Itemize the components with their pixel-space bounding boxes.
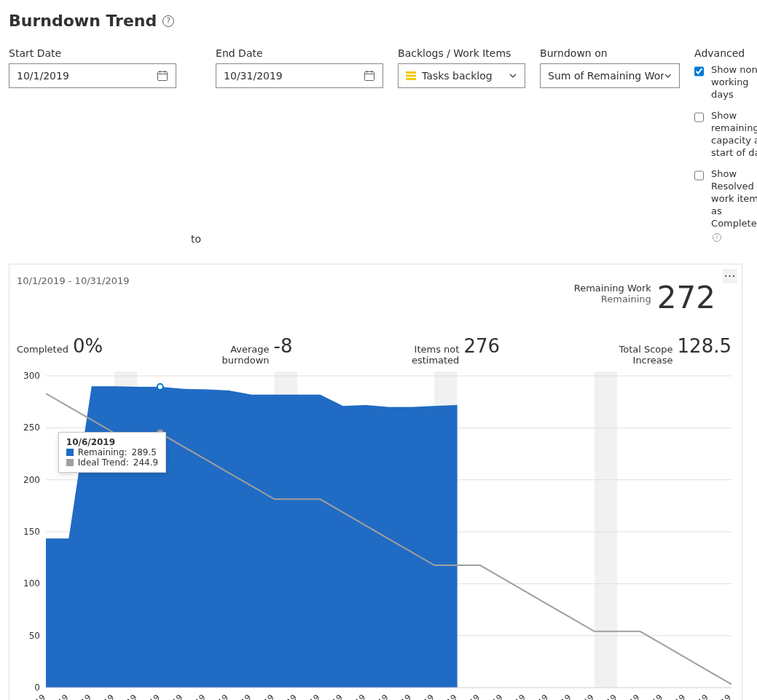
- show-non-working-checkbox[interactable]: [694, 65, 704, 78]
- backlogs-value: Tasks backlog: [422, 70, 493, 82]
- backlogs-label: Backlogs / Work Items: [398, 47, 525, 59]
- show-non-working-label: Show non-working days: [711, 63, 757, 101]
- kpi-avg-burndown-value: -8: [274, 335, 293, 357]
- advanced-label: Advanced: [694, 47, 757, 59]
- kpi-total-scope-increase-label: Total Scope Increase: [619, 344, 672, 366]
- svg-text:10/1/2019: 10/1/2019: [17, 693, 47, 700]
- show-remaining-capacity-label: Show remaining capacity at start of day: [711, 109, 757, 159]
- controls-row: Start Date 10/1/2019 to End Date 10/31/2…: [9, 47, 748, 251]
- kpi-completed-label: Completed: [17, 344, 68, 355]
- tooltip-remaining-swatch: [66, 449, 74, 456]
- end-date-value: 10/31/2019: [224, 70, 283, 82]
- info-icon[interactable]: i: [713, 233, 721, 242]
- backlogs-select[interactable]: Tasks backlog: [398, 63, 525, 88]
- chart-area[interactable]: 05010015020025030010/1/201910/2/201910/3…: [17, 371, 734, 700]
- tooltip-ideal-value: 244.9: [133, 457, 158, 468]
- show-resolved-completed-label: Show Resolved work items as Completed: [711, 168, 757, 229]
- svg-rect-10: [406, 78, 416, 80]
- kpi-items-not-estimated-value: 276: [463, 335, 500, 357]
- burndown-on-value: Sum of Remaining Work: [548, 70, 664, 82]
- calendar-icon: [364, 70, 375, 82]
- svg-text:150: 150: [23, 527, 40, 537]
- chevron-down-icon: [509, 71, 517, 80]
- more-actions-button[interactable]: ⋯: [723, 269, 737, 283]
- to-label: to: [191, 233, 201, 251]
- end-date-input[interactable]: 10/31/2019: [216, 63, 383, 88]
- calendar-icon: [157, 70, 168, 82]
- help-icon[interactable]: ?: [162, 15, 174, 27]
- kpi-row: Completed 0% Average burndown -8 Items n…: [17, 335, 734, 366]
- burndown-on-select[interactable]: Sum of Remaining Work: [540, 63, 680, 88]
- tooltip-remaining-label: Remaining:: [78, 447, 128, 457]
- svg-rect-0: [158, 72, 168, 81]
- svg-rect-4: [365, 72, 374, 81]
- svg-text:300: 300: [23, 371, 40, 381]
- main-metric-label-2: Remaining: [574, 294, 651, 304]
- burndown-on-label: Burndown on: [540, 47, 680, 59]
- tooltip-ideal-swatch: [66, 459, 74, 466]
- svg-text:200: 200: [23, 475, 40, 485]
- chevron-down-icon: [664, 71, 672, 80]
- svg-text:50: 50: [29, 631, 40, 641]
- svg-point-61: [157, 384, 163, 390]
- chart-tooltip: 10/6/2019 Remaining: 289.5 Ideal Trend: …: [58, 432, 166, 473]
- chart-card: ⋯ 10/1/2019 - 10/31/2019 Remaining Work …: [9, 264, 742, 700]
- svg-rect-14: [595, 371, 617, 688]
- svg-text:100: 100: [23, 578, 40, 589]
- end-date-label: End Date: [216, 47, 383, 59]
- tooltip-ideal-label: Ideal Trend:: [78, 457, 129, 468]
- kpi-avg-burndown-label: Average burndown: [222, 344, 270, 366]
- svg-rect-8: [406, 71, 416, 74]
- show-remaining-capacity-checkbox[interactable]: [694, 111, 704, 124]
- show-resolved-completed-checkbox[interactable]: [694, 169, 704, 182]
- tooltip-remaining-value: 289.5: [132, 447, 157, 457]
- page-title: Burndown Trend: [9, 12, 157, 30]
- svg-rect-9: [406, 75, 416, 77]
- main-metric-value: 272: [657, 283, 715, 313]
- main-metric-label-1: Remaining Work: [574, 283, 651, 294]
- start-date-label: Start Date: [9, 47, 176, 59]
- tasks-backlog-icon: [406, 71, 416, 80]
- svg-text:250: 250: [23, 422, 40, 433]
- svg-text:0: 0: [34, 683, 40, 693]
- tooltip-date: 10/6/2019: [66, 437, 115, 447]
- start-date-input[interactable]: 10/1/2019: [9, 63, 176, 88]
- kpi-total-scope-increase-value: 128.5: [678, 335, 731, 357]
- kpi-completed-value: 0%: [73, 335, 103, 357]
- kpi-items-not-estimated-label: Items not estimated: [412, 344, 459, 366]
- start-date-value: 10/1/2019: [17, 70, 69, 82]
- date-range-text: 10/1/2019 - 10/31/2019: [17, 275, 130, 286]
